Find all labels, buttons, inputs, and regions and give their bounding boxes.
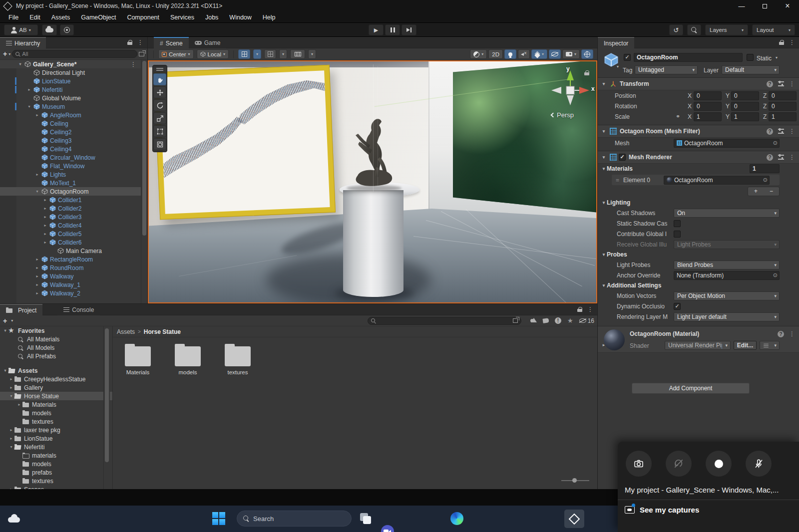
hierarchy-scrollbar[interactable] <box>141 60 147 303</box>
hierarchy-item[interactable]: Flat_Window ⋮ <box>0 162 141 170</box>
transform-tool-button[interactable] <box>153 138 166 150</box>
lighting-toggle[interactable] <box>504 49 516 59</box>
project-tree-item[interactable]: All Models <box>0 343 112 352</box>
lock-icon[interactable] <box>577 307 582 312</box>
hand-tool-button[interactable] <box>153 73 166 85</box>
panel-menu-icon[interactable]: ⋮ <box>587 306 593 313</box>
tool-orientation-dropdown[interactable]: Local ▾ <box>197 49 229 59</box>
breadcrumb-root[interactable]: Assets <box>117 328 135 335</box>
foldout-arrow[interactable] <box>34 257 40 262</box>
lock-icon[interactable] <box>584 70 589 75</box>
search-button[interactable] <box>687 24 701 35</box>
favorites-star-icon[interactable]: ★ <box>567 317 573 324</box>
material-element-row[interactable]: = Element 0 OctagonRoom ⊙ <box>612 175 780 185</box>
panel-menu-icon[interactable]: ⋮ <box>789 39 795 46</box>
move-tool-button[interactable] <box>153 86 166 98</box>
hierarchy-search[interactable] <box>12 50 137 58</box>
presets-icon[interactable] <box>778 155 784 160</box>
hierarchy-item[interactable]: Collider2 ⋮ <box>0 204 141 213</box>
project-tree-item[interactable]: Materials <box>0 400 112 409</box>
foldout-arrow[interactable]: ▾ <box>601 81 607 86</box>
component-enabled-checkbox[interactable] <box>619 154 626 161</box>
popout-icon[interactable] <box>513 318 518 323</box>
increment-snap-dropdown[interactable]: ▾ <box>279 49 287 59</box>
record-button[interactable] <box>706 451 732 477</box>
effects-dropdown[interactable]: ▾ <box>531 49 547 59</box>
lighting-foldout[interactable]: ▾ Lighting <box>598 198 799 208</box>
perspective-label[interactable]: Persp <box>551 111 574 119</box>
foldout-arrow[interactable] <box>42 215 48 219</box>
foldout-arrow[interactable] <box>8 385 14 390</box>
hierarchy-item[interactable]: Global Volume ⋮ <box>0 94 141 102</box>
foldout-arrow[interactable] <box>2 328 8 333</box>
drag-handle-icon[interactable]: = <box>616 177 619 184</box>
mesh-renderer-header[interactable]: ▾ Mesh Renderer ? ⋮ <box>598 151 799 164</box>
project-tree-item[interactable]: models <box>0 460 112 468</box>
task-view-button[interactable] <box>359 512 372 525</box>
record-last-button[interactable] <box>666 451 692 477</box>
edge-browser-icon[interactable] <box>450 512 463 525</box>
foldout-arrow[interactable] <box>34 113 40 117</box>
static-dropdown-icon[interactable]: ▾ <box>776 55 778 60</box>
grid-snap-toggle[interactable] <box>238 49 250 59</box>
help-icon[interactable]: ? <box>767 128 773 135</box>
2d-toggle[interactable]: 2D <box>488 49 503 59</box>
hierarchy-item[interactable]: Walkway ⋮ <box>0 272 141 280</box>
close-button[interactable]: × <box>776 0 799 12</box>
project-tree-item[interactable]: All Prefabs <box>0 352 112 360</box>
foldout-arrow[interactable] <box>26 104 32 109</box>
menu-item[interactable]: Component <box>121 12 165 23</box>
foldout-arrow[interactable] <box>26 87 32 92</box>
menu-item[interactable]: GameObject <box>75 12 121 23</box>
hierarchy-item[interactable]: Directional Light ⋮ <box>0 68 141 77</box>
foldout-arrow[interactable] <box>8 428 14 432</box>
project-tree-item[interactable]: Gallery <box>0 383 112 392</box>
position-z-field[interactable]: 0 <box>769 91 797 100</box>
hierarchy-item[interactable]: Circular_Window ⋮ <box>0 153 141 162</box>
foldout-arrow[interactable]: ▾ <box>601 129 607 134</box>
rotate-tool-button[interactable] <box>153 99 166 111</box>
menu-item[interactable]: File <box>3 12 24 23</box>
foldout-arrow[interactable] <box>34 274 40 278</box>
hierarchy-item[interactable]: Museum ⋮ <box>0 102 141 111</box>
project-tree-item[interactable]: Nefertiti <box>0 443 112 451</box>
mesh-object-field[interactable]: OctagonRoom ⊙ <box>674 139 780 148</box>
scale-y-field[interactable]: 1 <box>731 112 759 121</box>
active-checkbox[interactable] <box>624 54 631 61</box>
remove-element-button[interactable]: − <box>764 187 779 196</box>
hierarchy-item[interactable]: RoundRoom ⋮ <box>0 264 141 272</box>
chevron-down-icon[interactable]: ▾ <box>617 64 619 69</box>
lock-icon[interactable] <box>779 40 784 45</box>
presets-icon[interactable] <box>778 129 784 134</box>
slider-knob[interactable] <box>572 478 577 483</box>
material-preview-sphere[interactable] <box>604 329 625 350</box>
measure-dropdown[interactable]: ▾ <box>308 49 316 59</box>
foldout-arrow[interactable] <box>2 368 8 373</box>
chevron-down-icon[interactable]: ▾ <box>11 318 13 323</box>
materials-count-field[interactable]: 1 <box>750 164 780 173</box>
object-picker-icon[interactable]: ⊙ <box>763 177 768 183</box>
hierarchy-item[interactable]: MoText_1 ⋮ <box>0 179 141 187</box>
hierarchy-item[interactable]: Main Camera ⋮ <box>0 247 141 255</box>
link-scale-icon[interactable]: ⚭ <box>676 113 680 120</box>
foldout-arrow[interactable] <box>42 206 48 211</box>
hierarchy-item[interactable]: Collider4 ⋮ <box>0 221 141 230</box>
foldout-arrow[interactable] <box>34 189 40 194</box>
asset-folder-tile[interactable]: textures <box>220 346 256 375</box>
project-tree-scrollbar[interactable] <box>103 326 110 489</box>
help-icon[interactable]: ? <box>778 331 784 337</box>
screenshot-button[interactable] <box>626 451 652 477</box>
probes-foldout[interactable]: ▾ Probes <box>598 250 799 260</box>
taskbar-search[interactable] <box>237 511 352 527</box>
menu-item[interactable]: Assets <box>46 12 76 23</box>
layers-dropdown[interactable]: Layers▾ <box>705 24 748 35</box>
project-tree-item[interactable]: models <box>0 409 112 417</box>
mesh-filter-header[interactable]: ▾ Octagon Room (Mesh Filter) ? ⋮ <box>598 125 799 138</box>
foldout-arrow[interactable] <box>34 172 40 177</box>
scale-x-field[interactable]: 1 <box>694 112 722 121</box>
hierarchy-item[interactable]: Collider3 ⋮ <box>0 213 141 221</box>
lock-icon[interactable] <box>127 40 132 45</box>
weather-widget-icon[interactable] <box>7 512 22 525</box>
hidden-packages-toggle[interactable]: 16 <box>579 317 594 324</box>
layer-dropdown[interactable]: Default <box>722 65 780 74</box>
